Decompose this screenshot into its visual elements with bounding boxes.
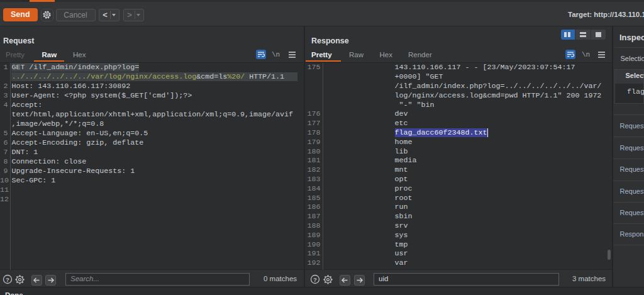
svg-text:?: ? — [313, 276, 317, 283]
svg-text:?: ? — [6, 276, 9, 283]
